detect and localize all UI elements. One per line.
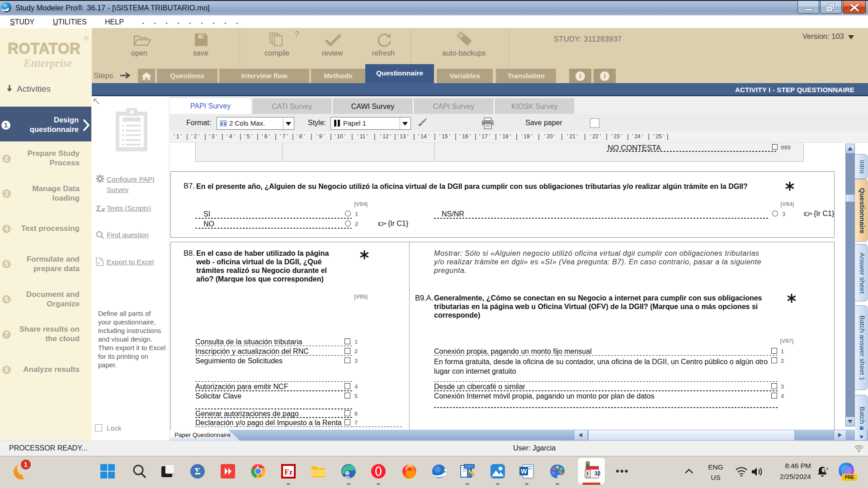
svg-text:z: z — [826, 466, 828, 470]
svg-text:Σ: Σ — [194, 466, 200, 476]
svg-text:x: x — [98, 261, 100, 265]
svg-text:32: 32 — [594, 470, 600, 477]
svg-text:z: z — [824, 468, 826, 473]
svg-text:Fz: Fz — [284, 468, 292, 476]
svg-text:W: W — [521, 468, 527, 475]
